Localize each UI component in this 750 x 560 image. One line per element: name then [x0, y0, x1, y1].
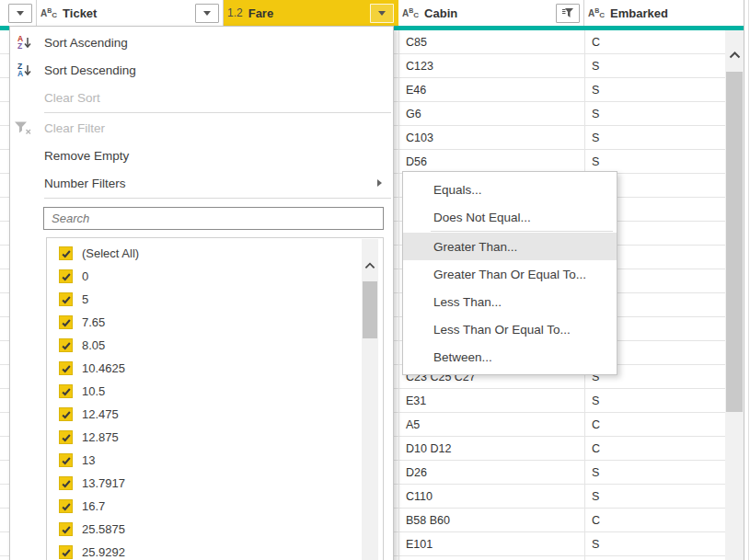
filter-value-item[interactable]: 12.475 — [47, 403, 383, 426]
submenu-item[interactable]: Less Than Or Equal To... — [403, 315, 617, 343]
filter-value-item[interactable]: 25.9292 — [47, 541, 383, 560]
cell-embarked[interactable]: S — [584, 102, 725, 125]
scrollbar-thumb[interactable] — [726, 72, 743, 412]
filter-value-label: 7.65 — [82, 315, 105, 329]
menu-item-label: Clear Filter — [44, 121, 105, 135]
column-header-cabin[interactable]: ABC Cabin — [398, 0, 584, 26]
cell-cabin[interactable]: B58 B60 — [398, 509, 584, 531]
column-header-ticket[interactable]: ABC Ticket — [37, 0, 224, 26]
filter-value-item[interactable]: 10.4625 — [47, 357, 383, 380]
menu-item-sort-ascending[interactable]: AZ Sort Ascending — [10, 29, 393, 56]
checkbox-checked-icon[interactable] — [59, 384, 73, 398]
chevron-down-icon — [17, 11, 24, 16]
filter-value-item[interactable]: 13 — [47, 449, 383, 472]
listbox-scrollbar[interactable] — [362, 239, 378, 560]
cell-embarked[interactable]: S — [584, 78, 725, 101]
down-arrow-icon — [24, 63, 31, 77]
cell-cabin[interactable]: D10 D12 — [398, 437, 584, 460]
column-menu-button[interactable] — [195, 4, 219, 23]
filter-value-label: 16.7 — [82, 499, 105, 513]
checkbox-checked-icon[interactable] — [59, 338, 73, 352]
checkbox-checked-icon[interactable] — [59, 292, 73, 306]
submenu-item[interactable]: Equals... — [403, 176, 617, 203]
column-filter-button[interactable] — [556, 4, 580, 23]
table-scrollbar[interactable] — [725, 30, 744, 560]
down-arrow-icon — [24, 36, 31, 50]
checkbox-checked-icon[interactable] — [59, 315, 73, 329]
checkbox-checked-icon[interactable] — [59, 545, 73, 559]
menu-item-remove-empty[interactable]: Remove Empty — [10, 142, 393, 169]
filter-value-item[interactable]: 25.5875 — [47, 518, 383, 541]
menu-separator — [44, 112, 391, 113]
submenu-item[interactable]: Does Not Equal... — [403, 203, 617, 231]
filter-value-item[interactable]: 13.7917 — [47, 472, 383, 495]
cell-embarked[interactable]: C — [584, 437, 725, 460]
cell-cabin[interactable]: C123 — [398, 54, 584, 77]
column-menu-button[interactable] — [8, 4, 32, 23]
checkbox-checked-icon[interactable] — [59, 246, 73, 260]
cell-embarked[interactable]: S — [584, 532, 725, 555]
cell-cabin[interactable]: G6 — [398, 102, 584, 125]
filter-value-item[interactable]: 10.5 — [47, 380, 383, 403]
cell-cabin[interactable]: C110 — [398, 485, 584, 508]
cell-cabin[interactable]: C85 — [398, 30, 584, 53]
cell-embarked[interactable]: S — [584, 54, 725, 77]
chevron-down-icon — [203, 11, 211, 16]
cell-cabin[interactable]: D56 — [398, 150, 584, 173]
cell-embarked[interactable] — [584, 556, 725, 560]
scroll-up-button[interactable] — [725, 44, 744, 66]
cell-cabin[interactable]: A5 — [398, 413, 584, 436]
filter-value-item[interactable]: 12.875 — [47, 426, 383, 449]
cell-cabin[interactable]: E46 — [398, 78, 584, 101]
submenu-item[interactable]: Between... — [403, 343, 617, 371]
scroll-up-icon — [364, 262, 375, 269]
cell-embarked[interactable]: S — [584, 126, 725, 149]
submenu-item[interactable]: Less Than... — [403, 288, 617, 315]
column-menu-button-active[interactable] — [370, 4, 394, 23]
menu-item-number-filters[interactable]: Number Filters — [10, 169, 393, 197]
column-header-partial[interactable] — [0, 0, 37, 26]
checkbox-checked-icon[interactable] — [59, 407, 73, 421]
filter-value-label: 25.5875 — [82, 522, 125, 536]
checkbox-checked-icon[interactable] — [59, 361, 73, 375]
cell-cabin[interactable]: E31 — [398, 389, 584, 412]
cell-embarked[interactable]: S — [584, 485, 725, 508]
scroll-up-icon — [729, 51, 741, 59]
filter-value-item[interactable]: 16.7 — [47, 495, 383, 518]
column-header-fare[interactable]: 1.2 Fare — [224, 0, 398, 26]
cell-embarked[interactable]: S — [584, 389, 725, 412]
search-input[interactable] — [43, 207, 384, 230]
menu-item-sort-descending[interactable]: ZA Sort Descending — [10, 56, 393, 84]
cell-cabin[interactable]: E101 — [398, 532, 584, 555]
cell-embarked[interactable]: C — [584, 30, 725, 53]
filter-value-item[interactable]: (Select All) — [47, 242, 383, 265]
checkbox-checked-icon[interactable] — [59, 269, 73, 283]
cell-embarked[interactable]: C — [584, 413, 725, 436]
filter-value-item[interactable]: 8.05 — [47, 334, 383, 357]
cell-cabin[interactable]: D26 — [398, 461, 584, 484]
window-right-edge — [744, 0, 750, 560]
column-header-embarked[interactable]: ABC Embarked — [584, 0, 744, 26]
checkbox-checked-icon[interactable] — [59, 522, 73, 536]
cell-cabin[interactable] — [398, 556, 584, 560]
cell-cabin[interactable]: C103 — [398, 126, 584, 149]
sort-ascending-icon: AZ — [17, 35, 31, 50]
submenu-item[interactable]: Greater Than... — [403, 233, 617, 260]
scrollbar-thumb[interactable] — [363, 281, 377, 338]
scroll-up-button[interactable] — [362, 256, 378, 276]
cell-embarked[interactable]: S — [584, 461, 725, 484]
cell-embarked[interactable]: S — [584, 150, 725, 173]
checkbox-checked-icon[interactable] — [59, 430, 73, 444]
filter-value-label: (Select All) — [82, 246, 139, 260]
submenu-item[interactable]: Greater Than Or Equal To... — [403, 260, 617, 288]
filter-value-label: 12.475 — [82, 407, 119, 421]
filter-value-item[interactable]: 5 — [47, 288, 383, 311]
checkbox-checked-icon[interactable] — [59, 499, 73, 513]
filter-value-item[interactable]: 0 — [47, 265, 383, 288]
cell-embarked[interactable]: C — [584, 509, 725, 531]
filter-value-label: 0 — [82, 269, 88, 283]
filter-value-item[interactable]: 7.65 — [47, 311, 383, 334]
checkbox-checked-icon[interactable] — [59, 476, 73, 490]
filter-value-list: (Select All)057.658.0510.462510.512.4751… — [47, 242, 383, 560]
checkbox-checked-icon[interactable] — [59, 453, 73, 467]
